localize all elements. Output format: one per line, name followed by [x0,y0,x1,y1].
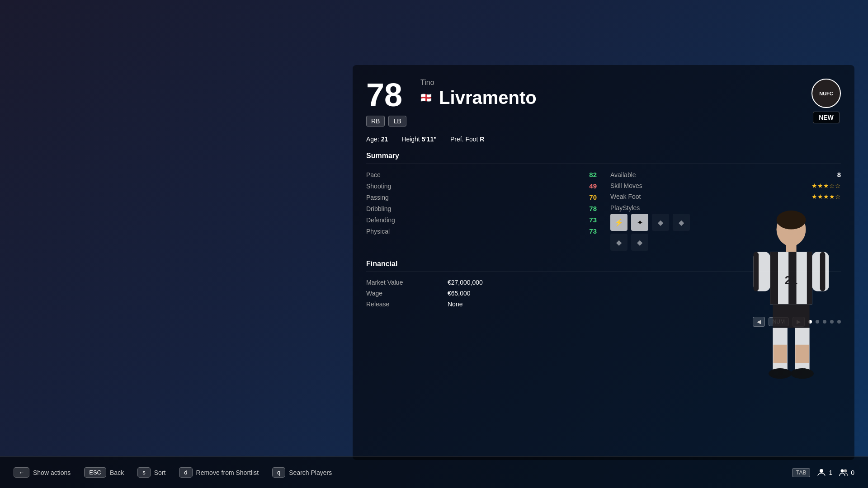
svg-point-13 [791,368,814,379]
stat-pace: Pace 82 [366,171,597,178]
svg-text:21: 21 [785,274,797,286]
pos-badge-lb: LB [388,116,406,127]
physical-value: 73 [589,227,597,235]
physical-label: Physical [366,228,390,235]
remove-label: Remove from Shortlist [196,469,259,476]
svg-point-20 [841,469,844,472]
weak-foot-label: Weak Foot [610,193,641,200]
pref-foot-info: Pref. Foot R [450,136,484,143]
svg-point-12 [769,368,792,379]
search-label: Search Players [289,469,332,476]
sort-label: Sort [154,469,166,476]
player-last-name: Livramento [439,89,537,107]
release-value: None [448,300,462,308]
sort-item[interactable]: s Sort [137,467,165,478]
show-actions-key: ← [14,467,29,478]
counter-player-value: 1 [829,469,832,476]
stat-skill-moves: Skill Moves ★★★☆☆ [610,182,841,189]
available-value: 8 [837,171,841,178]
wage-label: Wage [366,290,420,297]
available-label: Available [610,171,636,178]
player-meta: Age: 21 Height 5'11" Pref. Foot R [366,136,841,143]
svg-rect-7 [773,304,809,328]
stat-defending: Defending 73 [366,216,597,224]
svg-rect-15 [753,252,759,291]
shooting-label: Shooting [366,183,391,190]
player-flag-icon: 🏴󠁧󠁢󠁥󠁮󠁧󠁿 [420,92,432,103]
users-icon [839,468,848,477]
height-info: Height 5'11" [401,136,437,143]
back-label: Back [110,469,124,476]
player-3d-figure: 21 [728,198,854,460]
sort-key: s [137,467,151,478]
release-label: Release [366,300,420,308]
passing-label: Passing [366,194,389,201]
shooting-value: 49 [589,182,597,190]
tab-key-badge: TAB [792,468,810,477]
stat-shooting: Shooting 49 [366,182,597,190]
dribbling-label: Dribbling [366,205,391,212]
stats-left: Pace 82 Shooting 49 Passing 70 Dribbling… [366,171,597,251]
stat-dribbling: Dribbling 78 [366,205,597,212]
playstyle-icon-5: ◆ [610,234,627,251]
playstyle-icon-6: ◆ [631,234,648,251]
pos-badge-rb: RB [366,116,385,127]
svg-rect-6 [807,252,812,304]
search-key: q [272,467,285,478]
market-value-label: Market Value [366,279,420,286]
svg-rect-11 [795,345,809,363]
svg-rect-17 [820,252,826,291]
player-first-name: Tino [420,79,811,87]
player-icon [817,468,826,477]
back-key: ESC [84,467,106,478]
search-item[interactable]: q Search Players [272,467,332,478]
position-badges: RB LB [366,116,411,127]
bottom-right: TAB 1 0 [792,468,854,477]
back-item[interactable]: ESC Back [84,467,124,478]
pace-value: 82 [589,171,597,178]
remove-key: d [179,467,192,478]
dribbling-value: 78 [589,205,597,212]
detail-header: 78 RB LB Tino 🏴󠁧󠁢󠁥󠁮󠁧󠁿 Livramento N [366,79,841,127]
skill-moves-label: Skill Moves [610,182,642,189]
stat-available: Available 8 [610,171,841,178]
svg-rect-4 [770,252,778,304]
player-rating: 78 [366,79,402,111]
counter-users-value: 0 [851,469,854,476]
stat-passing: Passing 70 [366,193,597,201]
age-label: Age: 21 [366,136,388,143]
club-badge: NUFC [811,79,841,108]
wage-value: €65,000 [448,290,471,297]
player-name-section: Tino 🏴󠁧󠁢󠁥󠁮󠁧󠁿 Livramento [420,79,811,107]
pace-label: Pace [366,171,381,178]
counter-users: 0 [839,468,854,477]
counter-player: 1 [817,468,832,477]
show-actions-item: ← Show actions [14,467,71,478]
defending-label: Defending [366,216,395,224]
skill-moves-stars: ★★★☆☆ [811,182,841,189]
svg-point-19 [820,469,823,473]
remove-item[interactable]: d Remove from Shortlist [179,467,259,478]
svg-point-21 [844,469,847,472]
playstyle-icon-4: ◆ [673,214,690,231]
playstyle-icon-3: ◆ [652,214,669,231]
stat-physical: Physical 73 [366,227,597,235]
new-badge: NEW [813,112,840,123]
playstyle-icon-2: ✦ [631,214,648,231]
defending-value: 73 [589,216,597,224]
show-actions-label: Show actions [33,469,71,476]
playstyle-icon-1: ⚡ [610,214,627,231]
detail-panel: 78 RB LB Tino 🏴󠁧󠁢󠁥󠁮󠁧󠁿 Livramento N [353,65,854,460]
svg-rect-10 [774,345,787,363]
svg-rect-2 [786,244,796,252]
passing-value: 70 [589,193,597,201]
playstyles-label: PlayStyles [610,204,640,211]
bottom-bar: ← Show actions ESC Back s Sort d Remove … [0,456,868,488]
svg-point-1 [777,211,806,230]
summary-title: Summary [366,152,841,164]
market-value: €27,000,000 [448,279,483,286]
